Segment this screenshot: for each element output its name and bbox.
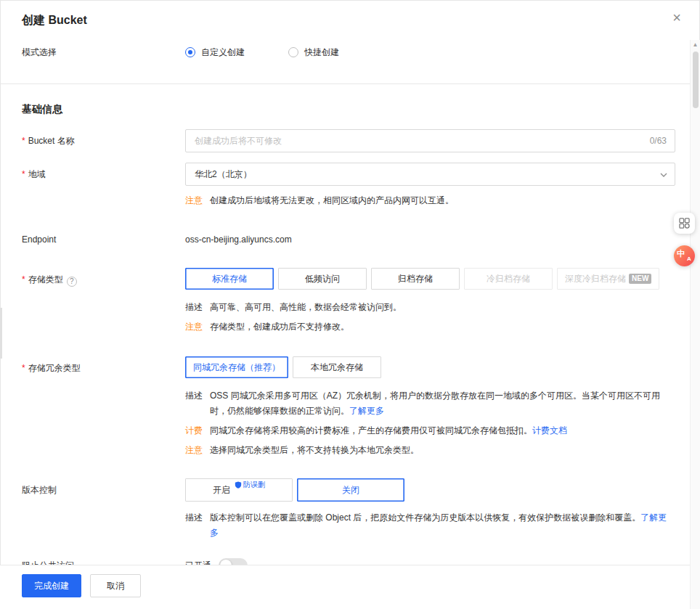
region-note: 注意 创建成功后地域将无法更改，相同区域内的产品内网可以互通。 <box>185 193 675 208</box>
option-label: 冷归档存储 <box>487 273 530 285</box>
option-label: 深度冷归档存储 <box>565 273 626 285</box>
mode-select-row: 模式选择 自定义创建 快捷创建 <box>22 46 675 59</box>
radio-custom-create[interactable]: 自定义创建 <box>185 46 245 59</box>
option-label: 标准存储 <box>212 273 247 285</box>
redundancy-note: 注意 选择同城冗余类型后，将不支持转换为本地冗余类型。 <box>185 443 675 458</box>
versioning-desc: 描述 版本控制可以在您覆盖或删除 Object 后，把原始文件存储为历史版本以供… <box>185 510 675 541</box>
scroll-up-arrow-icon[interactable]: ▲ <box>691 40 700 50</box>
region-label: *地域 <box>22 163 185 186</box>
desc-text: 高可靠、高可用、高性能，数据会经常被访问到。 <box>210 300 675 315</box>
bucket-name-label: *Bucket 名称 <box>22 129 185 152</box>
storage-class-row: *存储类型? 标准存储 低频访问 归档存储 冷归档存储 深度冷归档存储 NEW <box>22 268 675 291</box>
note-prefix: 注意 <box>185 193 203 208</box>
versioning-options: 开启 防误删 关闭 <box>185 478 675 502</box>
desc-text: OSS 同城冗余采用多可用区（AZ）冗余机制，将用户的数据分散存放在同一地域的多… <box>210 388 675 419</box>
language-switch-button[interactable]: 中 A <box>674 245 695 266</box>
radio-checked-icon <box>185 47 195 57</box>
required-mark: * <box>22 136 25 146</box>
storage-option-cold-archive: 冷归档存储 <box>464 268 553 290</box>
storage-class-options: 标准存储 低频访问 归档存储 冷归档存储 深度冷归档存储 NEW <box>185 268 675 290</box>
storage-option-standard[interactable]: 标准存储 <box>185 268 274 290</box>
new-badge: NEW <box>629 274 651 284</box>
storage-class-label-text: 存储类型 <box>28 274 63 285</box>
required-mark: * <box>22 169 25 179</box>
option-label: 开启 <box>213 484 230 496</box>
required-mark: * <box>22 274 25 285</box>
bucket-name-row: *Bucket 名称 0/63 <box>22 129 675 152</box>
note-text: 存储类型，创建成功后不支持修改。 <box>210 319 675 335</box>
close-icon[interactable]: × <box>672 10 681 25</box>
radio-label: 自定义创建 <box>201 46 245 59</box>
versioning-option-off[interactable]: 关闭 <box>297 478 404 502</box>
option-label: 低频访问 <box>305 273 340 285</box>
region-label-text: 地域 <box>28 169 46 179</box>
note-prefix: 注意 <box>185 319 203 335</box>
endpoint-value: oss-cn-beijing.aliyuncs.com <box>185 233 675 246</box>
radio-unchecked-icon <box>288 47 298 57</box>
cancel-button[interactable]: 取消 <box>90 574 141 597</box>
desc-body: OSS 同城冗余采用多可用区（AZ）冗余机制，将用户的数据分散存放在同一地域的多… <box>210 391 660 416</box>
anti-delete-badge-text: 防误删 <box>243 480 265 490</box>
region-select[interactable]: 华北2（北京） <box>185 163 675 186</box>
basic-info-section-title: 基础信息 <box>22 103 675 116</box>
billing-doc-link[interactable]: 计费文档 <box>532 425 567 436</box>
desc-prefix: 描述 <box>185 300 203 315</box>
mode-label: 模式选择 <box>22 46 185 59</box>
language-zh-glyph: 中 <box>677 250 685 258</box>
bucket-name-label-text: Bucket 名称 <box>28 136 75 146</box>
endpoint-label: Endpoint <box>22 233 185 246</box>
scrollbar[interactable]: ▲ <box>690 40 700 609</box>
desc-body: 版本控制可以在您覆盖或删除 Object 后，把原始文件存储为历史版本以供恢复，… <box>210 512 640 523</box>
redundancy-billing: 计费 同城冗余存储将采用较高的计费标准，产生的存储费用仅可被同城冗余存储包抵扣。… <box>185 423 675 438</box>
redundancy-row: *存储冗余类型 同城冗余存储（推荐） 本地冗余存储 <box>22 356 675 380</box>
dialog-header: 创建 Bucket × <box>22 13 675 28</box>
left-edge-sliver <box>0 308 2 359</box>
note-prefix: 注意 <box>185 443 203 458</box>
storage-option-archive[interactable]: 归档存储 <box>371 268 460 290</box>
versioning-row: 版本控制 开启 防误删 关闭 <box>22 478 675 502</box>
language-en-glyph: A <box>687 256 691 262</box>
chevron-down-icon <box>660 171 667 179</box>
option-label: 本地冗余存储 <box>311 361 363 374</box>
redundancy-desc: 描述 OSS 同城冗余采用多可用区（AZ）冗余机制，将用户的数据分散存放在同一地… <box>185 388 675 419</box>
note-text: 创建成功后地域将无法更改，相同区域内的产品内网可以互通。 <box>210 193 675 208</box>
storage-class-desc: 描述 高可靠、高可用、高性能，数据会经常被访问到。 <box>185 300 675 315</box>
desc-prefix: 描述 <box>185 510 203 541</box>
required-mark: * <box>22 363 25 373</box>
redundancy-options: 同城冗余存储（推荐） 本地冗余存储 <box>185 356 675 378</box>
mode-radio-group: 自定义创建 快捷创建 <box>185 46 675 59</box>
billing-text: 同城冗余存储将采用较高的计费标准，产生的存储费用仅可被同城冗余存储包抵扣。计费文… <box>210 423 675 438</box>
char-counter: 0/63 <box>650 129 667 152</box>
region-select-value: 华北2（北京） <box>195 169 252 179</box>
billing-body: 同城冗余存储将采用较高的计费标准，产生的存储费用仅可被同城冗余存储包抵扣。 <box>210 425 532 436</box>
desc-text: 版本控制可以在您覆盖或删除 Object 后，把原始文件存储为历史版本以供恢复，… <box>210 510 675 541</box>
shield-icon <box>235 481 242 489</box>
region-field-wrap: 华北2（北京） <box>185 163 675 186</box>
redundancy-option-lrs[interactable]: 本地冗余存储 <box>293 356 381 378</box>
versioning-label: 版本控制 <box>22 478 185 502</box>
option-label: 关闭 <box>342 484 359 496</box>
redundancy-label-text: 存储冗余类型 <box>28 363 81 373</box>
radio-quick-create[interactable]: 快捷创建 <box>288 46 339 59</box>
storage-class-label: *存储类型? <box>22 268 185 291</box>
confirm-create-button[interactable]: 完成创建 <box>22 574 81 597</box>
note-text: 选择同城冗余类型后，将不支持转换为本地冗余类型。 <box>210 443 675 458</box>
redundancy-label: *存储冗余类型 <box>22 356 185 380</box>
scrollbar-thumb[interactable] <box>693 52 699 108</box>
page-title: 创建 Bucket <box>22 13 675 28</box>
dialog-footer: 完成创建 取消 <box>0 565 690 609</box>
redundancy-option-zrs[interactable]: 同城冗余存储（推荐） <box>185 356 288 378</box>
create-bucket-dialog: 创建 Bucket × 模式选择 自定义创建 快捷创建 基础信息 *Bucket… <box>0 0 700 609</box>
learn-more-link[interactable]: 了解更多 <box>349 406 384 416</box>
bucket-name-input[interactable] <box>185 129 675 152</box>
endpoint-row: Endpoint oss-cn-beijing.aliyuncs.com <box>22 233 675 246</box>
region-row: *地域 华北2（北京） <box>22 163 675 186</box>
option-label: 同城冗余存储（推荐） <box>193 361 280 374</box>
versioning-option-on[interactable]: 开启 防误删 <box>185 478 293 502</box>
widget-icon <box>679 218 690 229</box>
console-widget-button[interactable] <box>674 213 695 234</box>
option-label: 归档存储 <box>398 273 433 285</box>
bucket-name-field-wrap: 0/63 <box>185 129 675 152</box>
help-icon[interactable]: ? <box>67 277 77 287</box>
storage-option-ia[interactable]: 低频访问 <box>278 268 367 290</box>
